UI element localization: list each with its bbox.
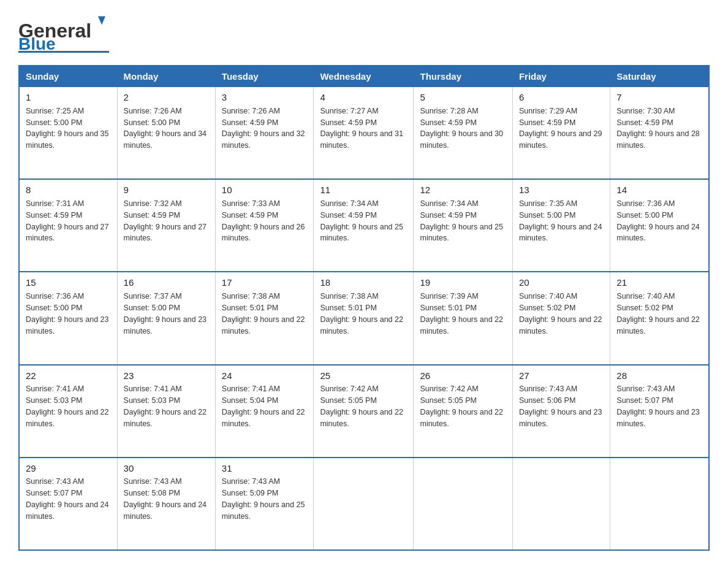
day-info: Sunrise: 7:35 AMSunset: 5:00 PMDaylight:… — [519, 199, 602, 243]
table-cell: 28 Sunrise: 7:43 AMSunset: 5:07 PMDaylig… — [610, 365, 709, 458]
table-cell: 13 Sunrise: 7:35 AMSunset: 5:00 PMDaylig… — [512, 179, 610, 272]
weekday-thursday: Thursday — [414, 66, 512, 87]
day-info: Sunrise: 7:41 AMSunset: 5:04 PMDaylight:… — [222, 385, 305, 428]
day-number: 29 — [26, 462, 111, 475]
day-info: Sunrise: 7:36 AMSunset: 5:00 PMDaylight:… — [26, 292, 109, 335]
table-cell: 22 Sunrise: 7:41 AMSunset: 5:03 PMDaylig… — [19, 365, 117, 458]
table-cell: 18 Sunrise: 7:38 AMSunset: 5:01 PMDaylig… — [314, 272, 414, 364]
day-info: Sunrise: 7:34 AMSunset: 4:59 PMDaylight:… — [320, 199, 403, 243]
day-info: Sunrise: 7:41 AMSunset: 5:03 PMDaylight:… — [124, 385, 207, 428]
day-number: 14 — [616, 183, 702, 197]
day-info: Sunrise: 7:37 AMSunset: 5:00 PMDaylight:… — [124, 292, 207, 335]
table-cell: 30 Sunrise: 7:43 AMSunset: 5:08 PMDaylig… — [117, 458, 215, 550]
day-number: 15 — [26, 276, 111, 289]
table-cell: 10 Sunrise: 7:33 AMSunset: 4:59 PMDaylig… — [215, 179, 314, 272]
day-info: Sunrise: 7:41 AMSunset: 5:03 PMDaylight:… — [26, 385, 109, 428]
table-cell: 24 Sunrise: 7:41 AMSunset: 5:04 PMDaylig… — [215, 365, 314, 458]
table-cell: 16 Sunrise: 7:37 AMSunset: 5:00 PMDaylig… — [117, 272, 215, 364]
day-number: 9 — [124, 183, 209, 197]
table-cell: 2 Sunrise: 7:26 AMSunset: 5:00 PMDayligh… — [117, 87, 215, 180]
week-row-3: 15 Sunrise: 7:36 AMSunset: 5:00 PMDaylig… — [19, 272, 709, 364]
day-info: Sunrise: 7:43 AMSunset: 5:09 PMDaylight:… — [222, 477, 305, 521]
day-info: Sunrise: 7:26 AMSunset: 4:59 PMDaylight:… — [222, 107, 305, 150]
week-row-1: 1 Sunrise: 7:25 AMSunset: 5:00 PMDayligh… — [19, 87, 709, 180]
day-info: Sunrise: 7:29 AMSunset: 4:59 PMDaylight:… — [519, 107, 602, 150]
day-info: Sunrise: 7:39 AMSunset: 5:01 PMDaylight:… — [420, 292, 503, 335]
table-cell — [314, 458, 414, 550]
table-cell: 31 Sunrise: 7:43 AMSunset: 5:09 PMDaylig… — [215, 458, 314, 550]
day-number: 21 — [616, 276, 702, 289]
table-cell — [610, 458, 709, 550]
day-info: Sunrise: 7:28 AMSunset: 4:59 PMDaylight:… — [420, 107, 503, 150]
day-info: Sunrise: 7:32 AMSunset: 4:59 PMDaylight:… — [124, 199, 207, 243]
day-info: Sunrise: 7:31 AMSunset: 4:59 PMDaylight:… — [26, 199, 109, 243]
table-cell: 14 Sunrise: 7:36 AMSunset: 5:00 PMDaylig… — [610, 179, 709, 272]
day-number: 28 — [616, 369, 702, 383]
week-row-2: 8 Sunrise: 7:31 AMSunset: 4:59 PMDayligh… — [19, 179, 709, 272]
day-number: 1 — [26, 91, 111, 104]
day-number: 27 — [519, 369, 604, 383]
day-number: 18 — [320, 276, 407, 289]
page: General Blue SundayMondayTuesdayWednesda… — [0, 0, 728, 563]
weekday-wednesday: Wednesday — [314, 66, 414, 87]
day-number: 3 — [222, 91, 308, 104]
weekday-saturday: Saturday — [610, 66, 709, 87]
day-info: Sunrise: 7:43 AMSunset: 5:07 PMDaylight:… — [616, 385, 700, 428]
day-info: Sunrise: 7:40 AMSunset: 5:02 PMDaylight:… — [519, 292, 602, 335]
day-number: 5 — [420, 91, 506, 104]
day-info: Sunrise: 7:42 AMSunset: 5:05 PMDaylight:… — [420, 385, 503, 428]
table-cell: 26 Sunrise: 7:42 AMSunset: 5:05 PMDaylig… — [414, 365, 512, 458]
table-cell: 25 Sunrise: 7:42 AMSunset: 5:05 PMDaylig… — [314, 365, 414, 458]
svg-marker-1 — [98, 17, 105, 25]
table-cell: 27 Sunrise: 7:43 AMSunset: 5:06 PMDaylig… — [512, 365, 610, 458]
week-row-5: 29 Sunrise: 7:43 AMSunset: 5:07 PMDaylig… — [19, 458, 709, 550]
table-cell — [414, 458, 512, 550]
day-info: Sunrise: 7:34 AMSunset: 4:59 PMDaylight:… — [420, 199, 503, 243]
day-number: 30 — [124, 462, 209, 475]
calendar-table: SundayMondayTuesdayWednesdayThursdayFrid… — [18, 65, 710, 551]
day-info: Sunrise: 7:36 AMSunset: 5:00 PMDaylight:… — [616, 199, 700, 243]
weekday-tuesday: Tuesday — [215, 66, 314, 87]
day-number: 17 — [222, 276, 308, 289]
table-cell: 21 Sunrise: 7:40 AMSunset: 5:02 PMDaylig… — [610, 272, 709, 364]
day-number: 26 — [420, 369, 506, 383]
day-number: 23 — [124, 369, 209, 383]
weekday-friday: Friday — [512, 66, 610, 87]
day-number: 31 — [222, 462, 308, 475]
table-cell: 17 Sunrise: 7:38 AMSunset: 5:01 PMDaylig… — [215, 272, 314, 364]
day-info: Sunrise: 7:38 AMSunset: 5:01 PMDaylight:… — [320, 292, 403, 335]
table-cell: 9 Sunrise: 7:32 AMSunset: 4:59 PMDayligh… — [117, 179, 215, 272]
table-cell: 1 Sunrise: 7:25 AMSunset: 5:00 PMDayligh… — [19, 87, 117, 180]
table-cell: 23 Sunrise: 7:41 AMSunset: 5:03 PMDaylig… — [117, 365, 215, 458]
day-number: 25 — [320, 369, 407, 383]
table-cell — [512, 458, 610, 550]
day-info: Sunrise: 7:26 AMSunset: 5:00 PMDaylight:… — [124, 107, 207, 150]
day-number: 19 — [420, 276, 506, 289]
table-cell: 7 Sunrise: 7:30 AMSunset: 4:59 PMDayligh… — [610, 87, 709, 180]
day-number: 12 — [420, 183, 506, 197]
table-cell: 6 Sunrise: 7:29 AMSunset: 4:59 PMDayligh… — [512, 87, 610, 180]
table-cell: 3 Sunrise: 7:26 AMSunset: 4:59 PMDayligh… — [215, 87, 314, 180]
day-number: 6 — [519, 91, 604, 104]
day-number: 8 — [26, 183, 111, 197]
weekday-header-row: SundayMondayTuesdayWednesdayThursdayFrid… — [19, 66, 709, 87]
day-number: 10 — [222, 183, 308, 197]
weekday-sunday: Sunday — [19, 66, 117, 87]
table-cell: 8 Sunrise: 7:31 AMSunset: 4:59 PMDayligh… — [19, 179, 117, 272]
table-cell: 4 Sunrise: 7:27 AMSunset: 4:59 PMDayligh… — [314, 87, 414, 180]
day-info: Sunrise: 7:38 AMSunset: 5:01 PMDaylight:… — [222, 292, 305, 335]
day-number: 11 — [320, 183, 407, 197]
table-cell: 5 Sunrise: 7:28 AMSunset: 4:59 PMDayligh… — [414, 87, 512, 180]
day-number: 16 — [124, 276, 209, 289]
svg-text:Blue: Blue — [18, 34, 56, 53]
day-info: Sunrise: 7:30 AMSunset: 4:59 PMDaylight:… — [616, 107, 700, 150]
day-info: Sunrise: 7:27 AMSunset: 4:59 PMDaylight:… — [320, 107, 403, 150]
header: General Blue — [18, 12, 710, 55]
table-cell: 12 Sunrise: 7:34 AMSunset: 4:59 PMDaylig… — [414, 179, 512, 272]
day-info: Sunrise: 7:42 AMSunset: 5:05 PMDaylight:… — [320, 385, 403, 428]
logo: General Blue — [18, 12, 110, 55]
day-info: Sunrise: 7:43 AMSunset: 5:08 PMDaylight:… — [124, 477, 207, 521]
day-number: 7 — [616, 91, 702, 104]
day-info: Sunrise: 7:43 AMSunset: 5:06 PMDaylight:… — [519, 385, 602, 428]
day-info: Sunrise: 7:40 AMSunset: 5:02 PMDaylight:… — [616, 292, 700, 335]
